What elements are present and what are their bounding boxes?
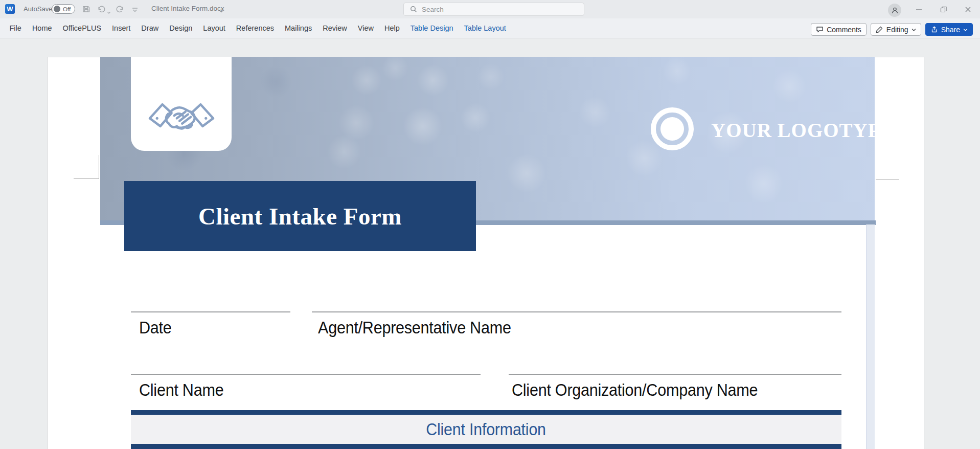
client-name-field-line[interactable] <box>131 374 481 375</box>
section-header-title: Client Information <box>426 420 546 439</box>
chevron-down-icon <box>911 28 916 32</box>
comments-button[interactable]: Comments <box>811 23 867 36</box>
title-bar: W AutoSave Off Client Intake Form.docx <box>0 0 980 18</box>
client-org-field-label: Client Organization/Company Name <box>512 380 758 400</box>
tab-design[interactable]: Design <box>164 24 198 32</box>
redo-icon[interactable] <box>116 5 125 14</box>
client-name-field-label: Client Name <box>139 380 223 400</box>
form-title-banner: Client Intake Form <box>124 181 476 251</box>
margin-mark-right-horizontal <box>876 179 899 180</box>
logotype-text: YOUR LOGOTYPE <box>711 119 880 142</box>
search-icon <box>410 6 417 13</box>
document-page[interactable]: YOUR LOGOTYPE Client Intake Form Date Ag… <box>47 57 924 449</box>
margin-mark-left-vertical <box>99 155 99 178</box>
document-canvas[interactable]: YOUR LOGOTYPE Client Intake Form Date Ag… <box>0 38 980 449</box>
section-header-band: Client Information <box>131 415 841 444</box>
word-window: W AutoSave Off Client Intake Form.docx <box>0 0 980 449</box>
tab-officeplus[interactable]: OfficePLUS <box>57 24 107 32</box>
toggle-knob-icon <box>54 6 60 12</box>
tab-insert[interactable]: Insert <box>107 24 136 32</box>
pencil-icon <box>876 26 883 33</box>
form-title: Client Intake Form <box>198 203 402 230</box>
agent-field-line[interactable] <box>312 311 841 312</box>
close-button[interactable] <box>964 5 972 14</box>
date-field-label: Date <box>139 318 172 338</box>
document-title-chevron-icon[interactable] <box>219 7 224 12</box>
tab-review[interactable]: Review <box>317 24 353 32</box>
autosave-state: Off <box>63 6 71 12</box>
tab-file[interactable]: File <box>4 24 27 32</box>
comments-label: Comments <box>827 26 861 34</box>
share-icon <box>930 26 938 33</box>
tab-home[interactable]: Home <box>27 24 57 32</box>
tab-layout[interactable]: Layout <box>198 24 231 32</box>
share-button[interactable]: Share <box>925 23 973 36</box>
share-label: Share <box>941 26 960 34</box>
restore-button[interactable] <box>939 5 948 14</box>
ribbon-right-controls: Comments Editing Share <box>811 23 973 36</box>
tab-references[interactable]: References <box>231 24 279 32</box>
logo-ring-dot <box>660 117 684 141</box>
document-title[interactable]: Client Intake Form.docx <box>151 5 224 12</box>
logo-card <box>131 57 232 151</box>
margin-mark-left-horizontal <box>74 178 99 179</box>
autosave-label: AutoSave <box>24 5 52 13</box>
person-icon <box>891 7 899 14</box>
tab-help[interactable]: Help <box>379 24 405 32</box>
search-bar[interactable] <box>403 3 584 16</box>
editing-mode-button[interactable]: Editing <box>871 23 921 36</box>
handshake-icon <box>145 88 218 138</box>
agent-field-label: Agent/Representative Name <box>318 318 511 338</box>
date-field-line[interactable] <box>131 311 290 312</box>
chevron-down-icon <box>963 28 968 32</box>
customize-quick-access-toolbar-icon[interactable] <box>130 5 140 14</box>
tab-table-layout[interactable]: Table Layout <box>459 24 511 32</box>
editing-label: Editing <box>886 26 908 34</box>
tab-mailings[interactable]: Mailings <box>280 24 317 32</box>
tab-view[interactable]: View <box>352 24 379 32</box>
undo-icon[interactable] <box>97 5 106 14</box>
section-top-border <box>131 410 841 415</box>
minimize-button[interactable] <box>915 5 923 14</box>
tab-draw[interactable]: Draw <box>136 24 164 32</box>
comment-icon <box>816 26 824 33</box>
section-bottom-border <box>131 444 841 449</box>
search-input[interactable] <box>422 6 565 13</box>
autosave-toggle[interactable]: Off <box>52 4 75 14</box>
account-avatar[interactable] <box>888 4 901 17</box>
word-app-icon[interactable]: W <box>5 4 15 14</box>
tab-table-design[interactable]: Table Design <box>405 24 459 32</box>
logo-ring-icon <box>651 107 694 150</box>
save-icon[interactable] <box>82 5 91 14</box>
client-org-field-line[interactable] <box>509 374 841 375</box>
undo-dropdown-icon[interactable] <box>107 8 111 12</box>
page-right-accent-stripe <box>866 224 875 449</box>
